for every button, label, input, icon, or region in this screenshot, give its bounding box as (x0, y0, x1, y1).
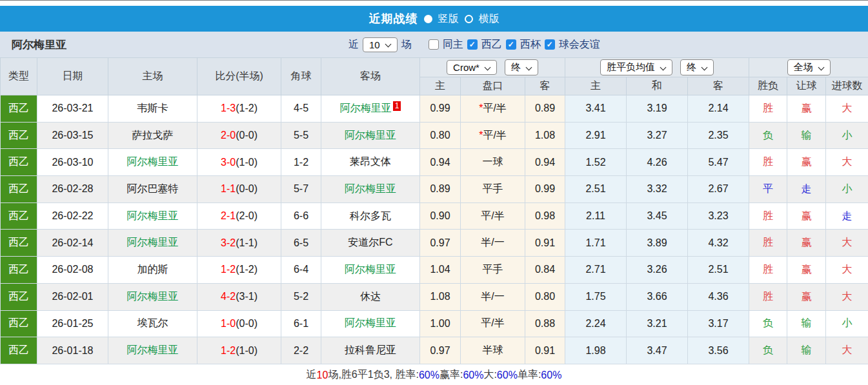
league-type-cell: 西乙 (1, 230, 37, 257)
home-team-name: 埃瓦尔 (137, 317, 168, 328)
avg-away-cell: 2.51 (688, 257, 749, 284)
home-team-cell[interactable]: 萨拉戈萨 (108, 122, 197, 149)
home-team-cell[interactable]: 阿尔梅里亚 (108, 337, 197, 364)
home-team-name: 萨拉戈萨 (132, 130, 174, 141)
handicap-name: 平/半 (483, 130, 506, 141)
avg-home-cell: 2.51 (565, 176, 627, 203)
away-team-cell[interactable]: 安道尔FC (321, 230, 420, 257)
handicap-name: 平手 (483, 183, 503, 194)
away-team-cell[interactable]: 拉科鲁尼亚 (321, 337, 420, 364)
avg-draw-cell: 3.21 (627, 310, 688, 337)
away-team-cell[interactable]: 阿尔梅里亚 (321, 176, 420, 203)
corner-cell: 6-5 (281, 230, 321, 257)
cup-label[interactable]: 西杯 (520, 38, 541, 52)
same-home-checkbox[interactable] (429, 39, 439, 50)
home-team-cell[interactable]: 埃瓦尔 (108, 310, 197, 337)
score-cell[interactable]: 3-0(1-0) (197, 149, 281, 176)
home-team-name: 加的斯 (137, 264, 168, 275)
league-type-cell: 西乙 (1, 95, 37, 123)
vertical-view-label[interactable]: 竖版 (438, 12, 459, 26)
col-header-date: 日期 (37, 58, 108, 95)
friendly-checkbox[interactable]: ✓ (545, 39, 555, 50)
score-cell[interactable]: 1-0(0-0) (197, 310, 281, 337)
score-cell[interactable]: 2-1(2-0) (197, 202, 281, 230)
corner-cell: 6-1 (281, 310, 321, 337)
score-cell[interactable]: 1-2(1-2) (197, 257, 281, 284)
full-score: 1-3 (221, 103, 236, 114)
home-team-cell[interactable]: 阿尔巴塞特 (108, 176, 197, 203)
home-team-cell[interactable]: 加的斯 (108, 257, 197, 284)
score-cell[interactable]: 1-2(1-0) (197, 337, 281, 364)
match-row: 西乙26-02-28阿尔巴塞特1-1(0-0)5-7阿尔梅里亚0.89平手0.9… (1, 176, 868, 203)
score-cell[interactable]: 2-0(0-0) (197, 122, 281, 149)
score-cell[interactable]: 1-3(1-2) (197, 95, 281, 123)
league-label[interactable]: 西乙 (481, 38, 502, 52)
away-team-cell[interactable]: 阿尔梅里亚 (321, 310, 420, 337)
league-checkbox[interactable]: ✓ (467, 39, 478, 50)
chevron-down-icon (818, 65, 824, 70)
average-time-select[interactable]: 终 (680, 59, 714, 75)
away-team-cell[interactable]: 阿尔梅里亚1 (321, 95, 420, 123)
home-team-cell[interactable]: 阿尔梅里亚 (108, 202, 197, 230)
score-cell[interactable]: 4-2(3-1) (197, 283, 281, 310)
score-cell[interactable]: 3-2(1-1) (197, 230, 281, 257)
half-score: (0-0) (236, 183, 257, 194)
score-cell[interactable]: 1-1(0-0) (197, 176, 281, 203)
away-team-cell[interactable]: 莱昂文体 (321, 149, 420, 176)
avg-away-cell: 4.32 (688, 230, 749, 257)
home-team-name: 韦斯卡 (137, 103, 168, 114)
odds-time-select-value: 终 (511, 61, 521, 74)
away-team-cell[interactable]: 阿尔梅里亚 (321, 122, 420, 149)
date-cell: 26-01-25 (37, 310, 108, 337)
result-wdl-cell: 胜 (749, 283, 787, 310)
avg-home-cell: 1.98 (565, 337, 627, 364)
date-cell: 26-02-01 (37, 283, 108, 310)
avg-away-cell: 2.14 (688, 95, 749, 123)
avg-home-cell: 1.75 (565, 283, 627, 310)
match-count-select[interactable]: 10 (363, 37, 398, 52)
avg-draw-cell: 3.89 (627, 230, 688, 257)
horizontal-view-radio[interactable] (465, 15, 473, 23)
chevron-down-icon (385, 42, 391, 47)
avg-away-cell: 2.67 (688, 176, 749, 203)
match-row: 西乙26-02-22阿尔梅里亚2-1(2-0)6-6科尔多瓦0.90平/半0.9… (1, 202, 868, 230)
result-goals-cell: 小 (826, 176, 868, 203)
home-team-cell[interactable]: 阿尔梅里亚 (108, 230, 197, 257)
corner-cell: 2-2 (281, 337, 321, 364)
result-wdl-cell: 负 (749, 337, 787, 364)
avg-away-cell: 2.35 (688, 122, 749, 149)
bookmaker-select-value: Crow* (453, 62, 479, 73)
average-type-select[interactable]: 胜平负均值 (600, 59, 672, 75)
avg-away-cell: 3.56 (688, 337, 749, 364)
chevron-down-icon (660, 65, 666, 70)
avg-draw-cell: 3.32 (627, 176, 688, 203)
bookmaker-select[interactable]: Crow* (447, 60, 497, 75)
half-score: (1-1) (236, 237, 257, 248)
home-team-cell[interactable]: 韦斯卡 (108, 95, 197, 123)
home-team-name: 阿尔梅里亚 (127, 291, 179, 302)
summary-segment: 60% (419, 370, 439, 381)
col-header-away: 客场 (321, 58, 420, 95)
away-team-cell[interactable]: 阿尔梅里亚 (321, 257, 420, 284)
cup-checkbox[interactable]: ✓ (506, 39, 516, 50)
odds-time-select[interactable]: 终 (505, 59, 538, 75)
full-score: 3-0 (221, 157, 236, 168)
avg-away-cell: 3.23 (688, 202, 749, 230)
away-odds-cell: 1.08 (525, 122, 565, 149)
same-home-label[interactable]: 同主 (443, 38, 463, 52)
corner-cell: 1-2 (281, 149, 321, 176)
home-team-cell[interactable]: 阿尔梅里亚 (108, 283, 197, 310)
friendly-label[interactable]: 球会友谊 (559, 38, 600, 52)
result-goals-cell: 大 (826, 230, 868, 257)
corner-cell: 6-4 (281, 257, 321, 284)
vertical-view-radio[interactable] (424, 15, 432, 23)
full-score: 2-0 (221, 130, 236, 141)
away-team-cell[interactable]: 休达 (321, 283, 420, 310)
home-team-cell[interactable]: 阿尔梅里亚 (108, 149, 197, 176)
period-select[interactable]: 全场 (787, 59, 831, 75)
horizontal-view-label[interactable]: 横版 (479, 12, 500, 26)
away-team-cell[interactable]: 科尔多瓦 (321, 202, 420, 230)
date-cell: 26-02-08 (37, 257, 108, 284)
half-score: (1-2) (236, 103, 257, 114)
away-team-name: 莱昂文体 (350, 156, 391, 167)
